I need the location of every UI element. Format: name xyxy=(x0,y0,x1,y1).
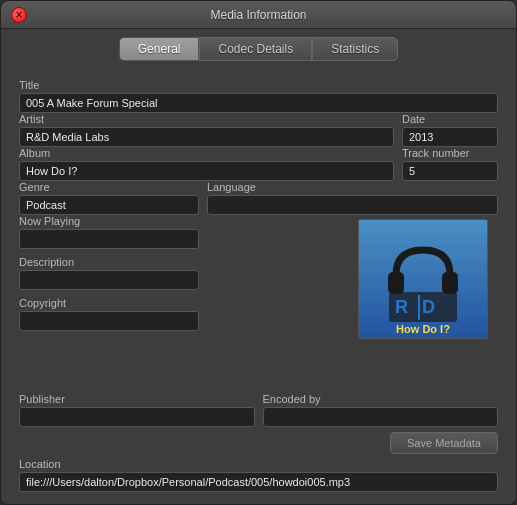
location-label: Location xyxy=(19,458,498,470)
artist-label: Artist xyxy=(19,113,394,125)
tab-codec-details[interactable]: Codec Details xyxy=(199,37,312,61)
copyright-input[interactable] xyxy=(19,311,199,331)
language-label: Language xyxy=(207,181,498,193)
middle-section: Now Playing Description Copyright xyxy=(19,215,498,391)
publisher-label: Publisher xyxy=(19,393,255,405)
svg-text:How Do I?: How Do I? xyxy=(396,323,450,335)
title-label: Title xyxy=(19,79,498,91)
genre-input[interactable] xyxy=(19,195,199,215)
artist-date-row: Artist Date xyxy=(19,113,498,147)
track-input[interactable] xyxy=(402,161,498,181)
language-input[interactable] xyxy=(207,195,498,215)
genre-col: Genre xyxy=(19,181,199,215)
artist-input[interactable] xyxy=(19,127,394,147)
svg-text:R: R xyxy=(395,297,408,317)
language-col: Language xyxy=(207,181,498,215)
media-info-window: Media Information General Codec Details … xyxy=(0,0,517,505)
save-btn-row: Save Metadata xyxy=(19,432,498,454)
album-track-row: Album Track number xyxy=(19,147,498,181)
track-col: Track number xyxy=(402,147,498,181)
description-input[interactable] xyxy=(19,270,199,290)
svg-text:D: D xyxy=(422,297,435,317)
genre-language-row: Genre Language xyxy=(19,181,498,215)
content-area: Title Artist Date Album Track number xyxy=(1,69,516,504)
tab-statistics[interactable]: Statistics xyxy=(312,37,398,61)
album-label: Album xyxy=(19,147,394,159)
date-col: Date xyxy=(402,113,498,147)
date-label: Date xyxy=(402,113,498,125)
genre-label: Genre xyxy=(19,181,199,193)
album-input[interactable] xyxy=(19,161,394,181)
track-label: Track number xyxy=(402,147,498,159)
encodedby-input[interactable] xyxy=(263,407,499,427)
close-button[interactable] xyxy=(11,7,27,23)
title-bar: Media Information xyxy=(1,1,516,29)
artist-col: Artist xyxy=(19,113,394,147)
publisher-input[interactable] xyxy=(19,407,255,427)
left-fields: Now Playing Description Copyright xyxy=(19,215,350,391)
location-input[interactable] xyxy=(19,472,498,492)
date-input[interactable] xyxy=(402,127,498,147)
nowplaying-input[interactable] xyxy=(19,229,199,249)
artwork-area: R D How Do I? xyxy=(358,215,498,391)
album-col: Album xyxy=(19,147,394,181)
location-section: Location xyxy=(19,458,498,492)
publisher-col: Publisher xyxy=(19,393,255,427)
encodedby-col: Encoded by xyxy=(263,393,499,427)
publisher-encoded-row: Publisher Encoded by xyxy=(19,393,498,427)
svg-rect-2 xyxy=(442,272,458,294)
description-label: Description xyxy=(19,256,350,268)
save-metadata-button[interactable]: Save Metadata xyxy=(390,432,498,454)
encodedby-label: Encoded by xyxy=(263,393,499,405)
svg-rect-1 xyxy=(388,272,404,294)
artwork-image: R D How Do I? xyxy=(358,219,488,339)
tab-general[interactable]: General xyxy=(119,37,200,61)
nowplaying-label: Now Playing xyxy=(19,215,350,227)
window-title: Media Information xyxy=(210,8,306,22)
artwork-svg: R D How Do I? xyxy=(359,220,487,338)
tab-bar: General Codec Details Statistics xyxy=(1,29,516,69)
copyright-label: Copyright xyxy=(19,297,350,309)
title-input[interactable] xyxy=(19,93,498,113)
